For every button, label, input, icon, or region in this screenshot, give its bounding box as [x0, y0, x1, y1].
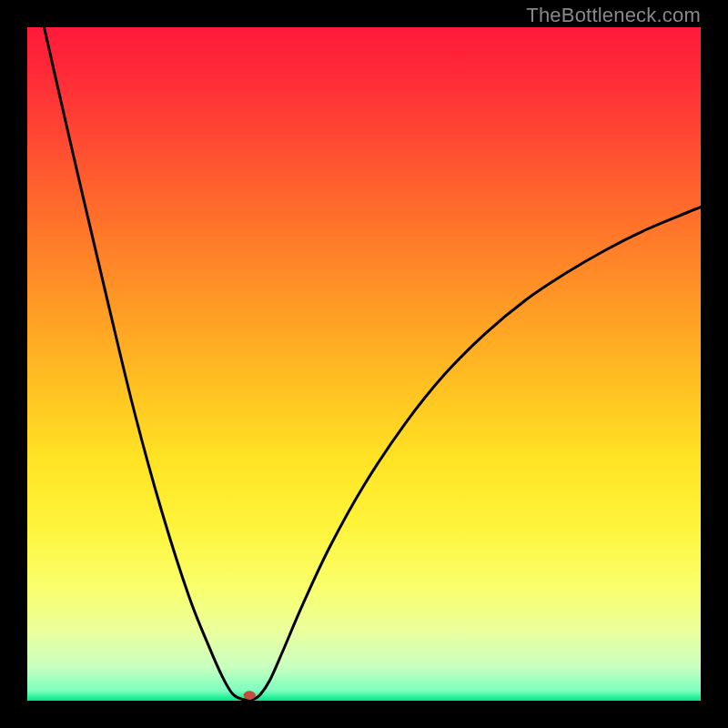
optimum-marker — [244, 691, 256, 700]
watermark-label: TheBottleneck.com — [526, 4, 701, 27]
plot-area — [27, 27, 701, 701]
chart-container: TheBottleneck.com — [0, 0, 728, 728]
bottleneck-curve — [45, 27, 702, 700]
curve-layer — [27, 27, 701, 701]
